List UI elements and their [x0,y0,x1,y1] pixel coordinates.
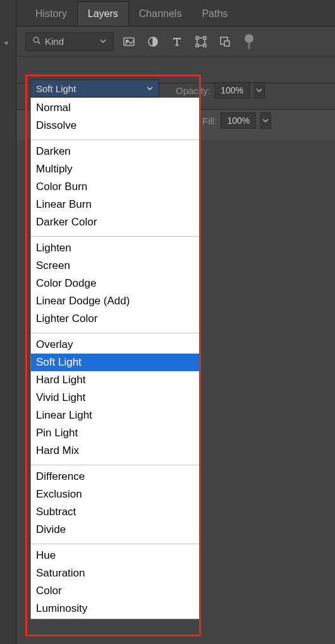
blend-option[interactable]: Hue [31,547,199,564]
opacity-stepper[interactable] [253,82,265,98]
layer-filter-row: Kind [16,27,335,57]
blend-option[interactable]: Multiply [31,160,199,178]
svg-rect-11 [224,41,229,46]
chevron-down-icon [99,36,107,47]
blend-option[interactable]: Pin Light [31,424,199,442]
svg-line-1 [38,42,40,44]
blend-option[interactable]: Color [31,582,199,600]
blend-option[interactable]: Darken [31,143,199,160]
blend-option[interactable]: Linear Dodge (Add) [31,292,199,310]
opacity-label: Opacity: [176,85,210,96]
svg-rect-7 [204,37,206,39]
blend-mode-control: Soft Light NormalDissolveDarkenMultiplyC… [30,80,159,97]
blend-option[interactable]: Exclusion [31,486,199,503]
left-dock: ◂ [0,0,16,644]
blend-mode-select[interactable]: Soft Light [30,80,159,97]
blend-option[interactable]: Overlay [31,336,199,354]
blend-option[interactable]: Color Burn [31,178,199,196]
filter-kind-select[interactable]: Kind [25,32,114,51]
blend-option[interactable]: Saturation [31,564,199,582]
blend-mode-dropdown[interactable]: NormalDissolveDarkenMultiplyColor BurnLi… [30,97,200,619]
blend-option[interactable]: Divide [31,521,199,539]
search-icon [32,36,41,47]
filter-adjust-icon[interactable] [144,33,162,51]
filter-kind-label: Kind [45,36,64,47]
blend-option[interactable]: Subtract [31,503,199,521]
fill-label: Fill: [202,116,217,126]
blend-option[interactable]: Lighter Color [31,310,199,328]
filter-toggle[interactable] [240,33,258,51]
blend-option[interactable]: Vivid Light [31,389,199,407]
blend-option[interactable]: Soft Light [31,354,199,371]
svg-rect-9 [204,44,206,47]
blend-option[interactable]: Dissolve [31,117,199,134]
tab-layers[interactable]: Layers [77,1,129,26]
blend-option[interactable]: Luminosity [31,600,199,617]
fill-control: Fill: 100% [202,112,271,129]
blend-option[interactable]: Lighten [31,239,199,257]
blend-mode-current: Soft Light [36,83,76,94]
fill-stepper[interactable] [260,112,271,129]
tab-history[interactable]: History [25,2,77,26]
blend-option[interactable]: Linear Burn [31,196,199,213]
blend-option[interactable]: Color Dodge [31,275,199,292]
filter-smart-icon[interactable] [216,33,234,51]
filter-shape-icon[interactable] [192,33,210,51]
dock-collapse-icon[interactable]: ◂ [4,38,13,47]
svg-rect-8 [196,44,198,47]
blend-option[interactable]: Linear Light [31,407,199,424]
filter-type-icon[interactable] [168,33,186,51]
blend-option[interactable]: Darker Color [31,213,199,231]
blend-option[interactable]: Hard Mix [31,442,199,460]
blend-option[interactable]: Normal [31,99,199,117]
tab-paths[interactable]: Paths [192,2,238,26]
svg-point-0 [34,37,39,42]
blend-option[interactable]: Screen [31,257,199,275]
blend-option[interactable]: Difference [31,468,199,486]
chevron-down-icon [146,83,154,94]
svg-rect-6 [196,37,198,39]
opacity-value[interactable]: 100% [214,82,250,98]
panel-tabs: History Layers Channels Paths [16,0,335,27]
tab-channels[interactable]: Channels [129,2,192,26]
opacity-control: Opacity: 100% [176,82,265,98]
fill-value[interactable]: 100% [221,112,256,129]
blend-option[interactable]: Hard Light [31,371,199,389]
filter-pixel-icon[interactable] [120,33,138,51]
